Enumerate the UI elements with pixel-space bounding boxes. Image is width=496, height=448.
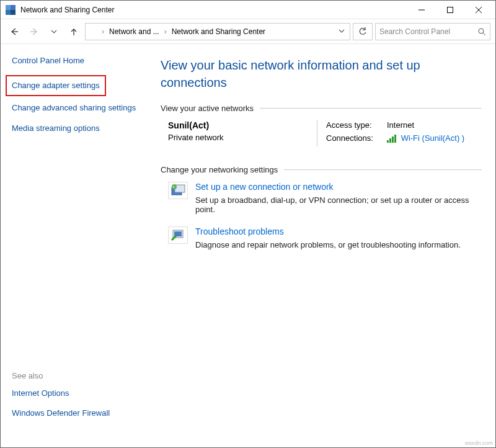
- svg-line-8: [483, 33, 485, 35]
- arrow-up-icon: [69, 27, 78, 36]
- section-change-settings: Change your networking settings: [161, 165, 482, 174]
- maximize-button[interactable]: [436, 1, 464, 19]
- sidebar: Control Panel Home Change adapter settin…: [1, 44, 156, 439]
- breadcrumb-icon: [88, 27, 98, 37]
- breadcrumb-sep: ›: [100, 27, 105, 36]
- task-troubleshoot: Troubleshoot problems Diagnose and repai…: [168, 226, 482, 249]
- search-icon: [477, 27, 486, 36]
- close-icon: [476, 7, 482, 13]
- access-type-value: Internet: [387, 120, 414, 130]
- sidebar-link-home[interactable]: Control Panel Home: [12, 55, 151, 66]
- active-network-row: Sunil(Act) Private network Access type: …: [168, 120, 482, 146]
- section-active-networks: View your active networks: [161, 104, 482, 113]
- network-name: Sunil(Act): [168, 120, 317, 130]
- divider: [284, 169, 482, 170]
- section-label: View your active networks: [161, 104, 254, 113]
- breadcrumb-seg1[interactable]: Network and ...: [108, 27, 161, 36]
- maximize-icon: [447, 7, 453, 13]
- section-label: Change your networking settings: [161, 165, 278, 174]
- search-placeholder: Search Control Panel: [379, 27, 450, 36]
- breadcrumb-seg2[interactable]: Network and Sharing Center: [170, 27, 267, 36]
- chevron-down-icon: [51, 29, 57, 35]
- setup-connection-icon: +: [168, 182, 188, 199]
- up-button[interactable]: [65, 23, 82, 40]
- svg-point-7: [479, 29, 484, 34]
- network-type: Private network: [168, 133, 317, 142]
- watermark: wsxdn.com: [465, 440, 493, 446]
- connection-link[interactable]: Wi-Fi (Sunil(Act) ): [401, 133, 465, 143]
- minimize-icon: [418, 7, 425, 13]
- arrow-right-icon: [30, 27, 38, 36]
- sidebar-link-firewall[interactable]: Windows Defender Firewall: [12, 408, 110, 419]
- svg-text:+: +: [172, 185, 175, 189]
- recent-dropdown[interactable]: [45, 23, 63, 40]
- arrow-left-icon: [10, 27, 19, 36]
- task-description: Set up a broadband, dial-up, or VPN conn…: [195, 195, 482, 214]
- sidebar-link-change-adapter[interactable]: Change adapter settings: [12, 80, 100, 91]
- page-heading: View your basic network information and …: [161, 56, 482, 91]
- see-also: See also Internet Options Windows Defend…: [12, 371, 110, 428]
- nav-toolbar: › Network and ... › Network and Sharing …: [1, 19, 495, 44]
- access-type-label: Access type:: [326, 120, 387, 130]
- forward-button[interactable]: [25, 23, 43, 40]
- window-title: Network and Sharing Center: [20, 6, 114, 14]
- sidebar-link-media-streaming[interactable]: Media streaming options: [12, 123, 151, 134]
- address-bar[interactable]: › Network and ... › Network and Sharing …: [85, 23, 350, 40]
- address-dropdown[interactable]: [336, 27, 347, 36]
- search-input[interactable]: Search Control Panel: [375, 23, 490, 40]
- breadcrumb-sep: ›: [163, 27, 168, 36]
- task-description: Diagnose and repair network problems, or…: [195, 240, 461, 249]
- close-button[interactable]: [464, 1, 493, 19]
- sidebar-link-advanced-sharing[interactable]: Change advanced sharing settings: [12, 102, 151, 114]
- task-title-link[interactable]: Set up a new connection or network: [195, 182, 334, 192]
- refresh-button[interactable]: [353, 23, 373, 40]
- chevron-down-icon: [339, 28, 345, 34]
- sidebar-link-internet-options[interactable]: Internet Options: [12, 388, 110, 399]
- minimize-button[interactable]: [407, 1, 436, 19]
- divider: [260, 108, 482, 109]
- connections-label: Connections:: [326, 133, 387, 143]
- wifi-signal-icon: [387, 135, 396, 143]
- refresh-icon: [358, 27, 367, 36]
- task-setup-connection: + Set up a new connection or network Set…: [168, 182, 482, 214]
- main-panel: View your basic network information and …: [156, 44, 495, 439]
- see-also-header: See also: [12, 371, 110, 380]
- svg-rect-1: [448, 7, 453, 12]
- troubleshoot-icon: [168, 226, 188, 244]
- highlight-box: Change adapter settings: [6, 75, 106, 96]
- back-button[interactable]: [6, 23, 23, 40]
- network-sharing-icon: [6, 5, 16, 15]
- title-bar: Network and Sharing Center: [1, 1, 495, 19]
- task-title-link[interactable]: Troubleshoot problems: [195, 226, 284, 236]
